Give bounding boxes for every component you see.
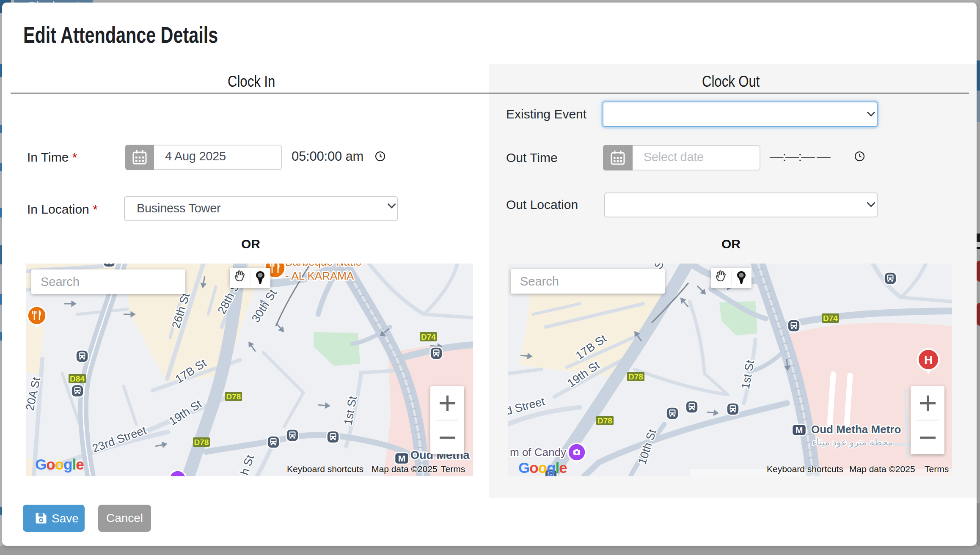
svg-text:D74: D74 (823, 314, 838, 323)
svg-text:Oud Metha Metro: Oud Metha Metro (811, 423, 901, 436)
svg-text:محطة مترو عود ميثاء: محطة مترو عود ميثاء (812, 437, 893, 448)
svg-text:D78: D78 (628, 372, 643, 381)
svg-text:H: H (924, 353, 933, 366)
svg-text:D78: D78 (226, 392, 241, 401)
svg-text:D84: D84 (70, 374, 85, 383)
svg-text:M: M (398, 453, 406, 463)
svg-text:D74: D74 (421, 332, 436, 341)
svg-text:M: M (796, 425, 803, 435)
svg-text:Barbeque Natio: Barbeque Natio (285, 264, 362, 268)
svg-text:m of Candy: m of Candy (510, 446, 566, 459)
svg-text:D78: D78 (194, 438, 209, 447)
svg-text:- AL KARAMA: - AL KARAMA (285, 269, 354, 282)
svg-text:D78: D78 (597, 416, 612, 425)
